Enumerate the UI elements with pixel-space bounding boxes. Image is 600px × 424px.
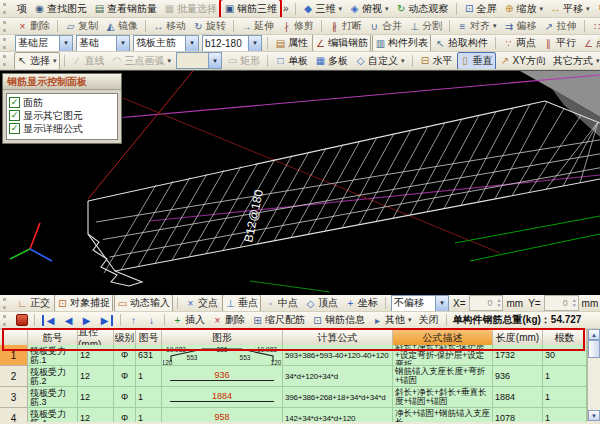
break-button[interactable]: ∦打断 — [326, 18, 365, 35]
edit-grip[interactable] — [3, 21, 10, 32]
column-header-8[interactable]: 根数 — [543, 330, 587, 345]
delete-row-button[interactable]: ×删除 — [209, 312, 248, 329]
table-row-4[interactable]: 4筏板受力筋.412Φ1958142+34*d+34*d+120净长+锚固+钢筋… — [0, 408, 587, 422]
row-number-header[interactable] — [0, 330, 28, 345]
arc-mode-combo[interactable]: ▾ — [176, 52, 222, 69]
insert-row-button[interactable]: +插入 — [169, 312, 208, 329]
count-cell[interactable]: 1 — [543, 408, 587, 422]
table-row-3[interactable]: 3筏板受力筋.312Φ11884396+386+268+18+34*d+34*d… — [0, 387, 587, 408]
formula-cell[interactable]: 593+386+593-40+120-40+120 — [283, 345, 393, 366]
vertical-scrollbar[interactable]: ▲ ▼ — [587, 329, 600, 421]
formula-description-cell[interactable]: 钢筋锚入支座长度+弯折+锚固 — [393, 366, 493, 387]
coordinate-snap-toggle[interactable]: +坐标 — [342, 295, 381, 312]
formula-description-cell[interactable]: 净长+锚固+钢筋锚入支座长 — [393, 408, 493, 422]
intersection-snap-toggle[interactable]: ×交点 — [182, 295, 221, 312]
scroll-down-button[interactable]: ▼ — [588, 410, 600, 421]
row-number-cell[interactable]: 3 — [0, 387, 28, 408]
perpendicular-snap-toggle[interactable]: ⊥垂点 — [222, 295, 261, 312]
figure-number-cell[interactable]: 631 — [136, 345, 162, 366]
length-cell[interactable]: 1078 — [493, 408, 543, 422]
column-header-4[interactable]: 图形 — [162, 330, 283, 345]
view-rebar-quantity-button[interactable]: ▤查看钢筋量 — [91, 0, 160, 18]
two-point-button[interactable]: ∵两点 — [500, 35, 539, 52]
offset-mode-combo[interactable]: 不偏移▾ — [391, 295, 449, 312]
formula-cell[interactable]: 396+386+268+18+34*d+34*d — [283, 387, 393, 408]
edit-rebar-button[interactable]: ∠编辑钢筋 — [312, 35, 371, 52]
last-row-button[interactable]: ▶ — [96, 313, 116, 328]
shape-cell[interactable]: 936 — [162, 366, 283, 387]
component-grip[interactable] — [3, 38, 10, 49]
single-slab-button[interactable]: □单板 — [272, 52, 311, 70]
vertical-button[interactable]: ▯垂直 — [457, 52, 496, 70]
vertex-snap-toggle[interactable]: ◇顶点 — [302, 295, 341, 312]
merge-button[interactable]: ∪合并 — [366, 18, 405, 35]
multi-slab-button[interactable]: ▦多板 — [312, 52, 351, 70]
column-header-1[interactable]: 直径(mm) — [78, 330, 114, 345]
grid-grip[interactable] — [3, 315, 10, 326]
three-d-view-button[interactable]: ◆三维▾ — [300, 0, 346, 18]
orbit-button[interactable]: ↻动态观察 — [393, 0, 452, 18]
row-number-cell[interactable]: 1 — [0, 345, 28, 366]
grade-cell[interactable]: Φ — [114, 345, 136, 366]
y-input[interactable]: 0▲▼ — [544, 295, 579, 311]
column-header-5[interactable]: 计算公式 — [283, 330, 393, 345]
diameter-cell[interactable]: 12 — [78, 408, 114, 422]
status-grip[interactable] — [3, 298, 10, 309]
other-button[interactable]: ▸其他▾ — [369, 312, 415, 329]
column-header-7[interactable]: 长度(mm) — [493, 330, 543, 345]
rebar-name-cell[interactable]: 筏板受力筋.3 — [28, 387, 78, 408]
stretch-button[interactable]: ↗拉伸 — [541, 18, 580, 35]
pick-component-button[interactable]: ↖拾取构件 — [432, 35, 491, 52]
rebar-name-cell[interactable]: 筏板受力筋.1 — [28, 345, 78, 366]
panel-item-0[interactable]: ✓面筋 — [9, 96, 115, 109]
move-button[interactable]: ↔移动 — [150, 18, 189, 35]
offset-button[interactable]: ⇉偏移 — [501, 18, 540, 35]
top-view-button[interactable]: ◈俯视▾ — [346, 0, 392, 18]
copy-button[interactable]: ▱复制 — [62, 18, 101, 35]
other-methods-button[interactable]: 其它方式▾ — [550, 52, 600, 70]
formula-cell[interactable]: 34*d+120+34*d — [283, 366, 393, 387]
first-row-button[interactable]: ◀ — [39, 313, 59, 328]
scale-rebar-button[interactable]: ⊞缩尺配筋 — [249, 312, 308, 329]
rectangle-button[interactable]: ▭矩形 — [224, 52, 263, 70]
grade-cell[interactable]: Φ — [114, 387, 136, 408]
length-cell[interactable]: 936 — [493, 366, 543, 387]
diameter-cell[interactable]: 12 — [78, 366, 114, 387]
align-button[interactable]: ≡对齐▾ — [454, 18, 500, 35]
rebar-name-cell[interactable]: 筏板受力筋.4 — [28, 408, 78, 422]
checkbox-checked-icon[interactable]: ✓ — [9, 97, 20, 108]
shape-cell[interactable]: 1884 — [162, 387, 283, 408]
move-row-up-button[interactable]: ↑ — [125, 313, 142, 328]
column-header-0[interactable]: 筋号 — [28, 330, 78, 345]
diameter-cell[interactable]: 12 — [78, 345, 114, 366]
prev-row-button[interactable]: ◀ — [60, 313, 77, 328]
rebar-info-button[interactable]: ⊡钢筋信息 — [309, 312, 368, 329]
figure-number-cell[interactable]: 1 — [136, 387, 162, 408]
grade-cell[interactable]: Φ — [114, 408, 136, 422]
line-button[interactable]: ∕直线 — [69, 52, 108, 70]
xy-direction-button[interactable]: ↗XY方向 — [497, 52, 549, 70]
floor-combo[interactable]: 基础层▾ — [15, 35, 73, 52]
grade-cell[interactable]: Φ — [114, 366, 136, 387]
length-cell[interactable]: 1732 — [493, 345, 543, 366]
row-number-cell[interactable]: 2 — [0, 366, 28, 387]
panel-item-2[interactable]: ✓显示详细公式 — [9, 122, 115, 135]
formula-description-cell[interactable]: 斜长+净长+斜长-保护层+设定弯折-保护层+设定弯折 — [393, 345, 493, 366]
object-snap-toggle[interactable]: ⊡对象捕捉 — [54, 295, 113, 312]
move-row-down-button[interactable]: ↓ — [143, 313, 160, 328]
table-row-2[interactable]: 2筏板受力筋.212Φ193634*d+120+34*d钢筋锚入支座长度+弯折+… — [0, 366, 587, 387]
dynamic-input-toggle[interactable]: ▭动态输入 — [114, 295, 173, 312]
properties-button[interactable]: ▤属性 — [272, 35, 311, 52]
rebar-name-cell[interactable]: 筏板受力筋.2 — [28, 366, 78, 387]
horizontal-button[interactable]: ⊟水平 — [417, 52, 456, 70]
custom-range-button[interactable]: ◇自定义▾ — [352, 52, 408, 70]
row-number-cell[interactable]: 4 — [0, 408, 28, 422]
draw-grip[interactable] — [3, 55, 10, 66]
pan-button[interactable]: ↔平移▾ — [547, 0, 593, 18]
screen-rotate-button[interactable]: ↻屏幕旋转▾ — [594, 0, 600, 18]
set-grip-button[interactable]: ∷设置夹点 — [589, 18, 600, 35]
next-row-button[interactable]: ▶ — [78, 313, 95, 328]
parallel-button[interactable]: ∥平行 — [540, 35, 579, 52]
element-type-combo[interactable]: 筏板主筋▾ — [133, 35, 199, 52]
clipped-toolbar-item[interactable]: 项 — [14, 0, 30, 18]
